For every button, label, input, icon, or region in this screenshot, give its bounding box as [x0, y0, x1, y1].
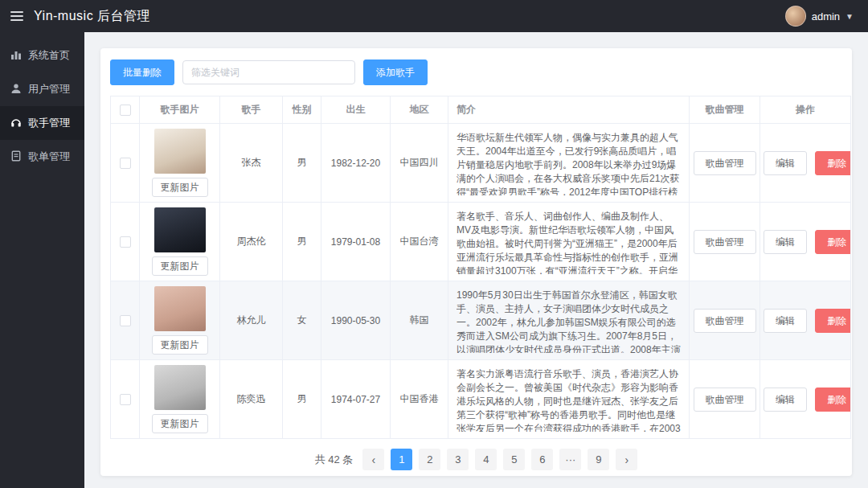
row-checkbox[interactable] [120, 315, 131, 326]
song-manage-button[interactable]: 歌曲管理 [694, 151, 756, 175]
page-button-3[interactable]: 3 [447, 449, 469, 470]
singer-name: 林允儿 [220, 281, 283, 360]
document-icon [10, 150, 22, 164]
page-button-9[interactable]: 9 [588, 449, 609, 470]
table-row: 更新图片 周杰伦 男 1979-01-08 中国台湾 著名歌手、音乐人、词曲创作… [111, 203, 851, 281]
sidebar-item-label: 用户管理 [28, 82, 70, 96]
singer-region: 中国香港 [391, 360, 448, 439]
sidebar-item-users[interactable]: 用户管理 [0, 72, 84, 106]
edit-button[interactable]: 编辑 [764, 388, 807, 412]
singer-region: 中国四川 [391, 124, 448, 203]
sidebar-item-label: 歌手管理 [28, 116, 70, 130]
update-image-button[interactable]: 更新图片 [152, 335, 208, 355]
select-all-cell [111, 96, 140, 124]
singer-intro: 1990年5月30日出生于韩国首尔永登浦区，韩国女歌手、演员、主持人，女子演唱团… [457, 289, 681, 353]
singer-name: 张杰 [220, 124, 283, 203]
row-checkbox[interactable] [120, 236, 131, 248]
singer-intro: 著名实力派粤语流行音乐歌手、演员，香港演艺人协会副会长之一。曾被美国《时代杂志》… [457, 367, 681, 432]
content-card: 批量删除 添加歌手 歌手图片 歌手 性别 出生 地区 简介 歌曲管理 [100, 48, 852, 476]
app-title: Yin-music 后台管理 [34, 8, 150, 25]
col-header-songs: 歌曲管理 [690, 96, 760, 124]
table-row: 更新图片 张杰 男 1982-12-20 中国四川 华语歌坛新生代领军人物，偶像… [111, 124, 851, 203]
update-image-button[interactable]: 更新图片 [152, 178, 208, 197]
pagination-total: 共 42 条 [315, 453, 354, 467]
sidebar-item-label: 歌单管理 [28, 150, 70, 164]
song-manage-button[interactable]: 歌曲管理 [694, 309, 756, 333]
avatar [785, 6, 806, 27]
edit-button[interactable]: 编辑 [764, 230, 807, 254]
sidebar-item-home[interactable]: 系统首页 [0, 39, 84, 72]
singer-intro: 华语歌坛新生代领军人物，偶像与实力兼具的超人气天王。2004年出道至今，已发行9… [457, 131, 681, 195]
sidebar: 系统首页 用户管理 歌手管理 歌单管理 [0, 32, 84, 488]
update-image-button[interactable]: 更新图片 [152, 256, 208, 276]
chevron-down-icon: ▼ [845, 12, 854, 21]
singer-birth: 1974-07-27 [321, 360, 391, 439]
row-checkbox[interactable] [120, 394, 131, 405]
prev-page-button[interactable]: ‹ [362, 449, 384, 470]
page-button-1[interactable]: 1 [391, 449, 412, 470]
keyword-filter-input[interactable] [182, 60, 355, 84]
singer-birth: 1979-01-08 [321, 203, 391, 281]
col-header-photo: 歌手图片 [140, 96, 220, 124]
col-header-birth: 出生 [321, 96, 391, 124]
singer-gender: 男 [283, 203, 321, 281]
delete-button[interactable]: 删除 [815, 388, 850, 412]
page-button-5[interactable]: 5 [503, 449, 525, 470]
singer-intro: 著名歌手、音乐人、词曲创作人、编曲及制作人、MV及电影导演。新世纪华语歌坛领军人… [457, 210, 681, 274]
add-singer-button[interactable]: 添加歌手 [363, 59, 428, 85]
page-button-2[interactable]: 2 [419, 449, 440, 470]
singer-name: 陈奕迅 [220, 360, 283, 439]
singer-name: 周杰伦 [220, 203, 283, 281]
page-button-4[interactable]: 4 [475, 449, 497, 470]
page-button-6[interactable]: 6 [531, 449, 553, 470]
singer-region: 中国台湾 [391, 203, 448, 281]
col-header-region: 地区 [391, 96, 448, 124]
singer-photo [154, 286, 206, 331]
delete-button[interactable]: 删除 [815, 151, 850, 175]
col-header-intro: 简介 [448, 96, 690, 124]
select-all-checkbox[interactable] [120, 105, 131, 116]
user-icon [10, 83, 22, 96]
table-row: 更新图片 林允儿 女 1990-05-30 韩国 1990年5月30日出生于韩国… [111, 281, 851, 360]
row-checkbox[interactable] [120, 158, 131, 169]
update-image-button[interactable]: 更新图片 [152, 414, 208, 433]
main-content: 批量删除 添加歌手 歌手图片 歌手 性别 出生 地区 简介 歌曲管理 [84, 32, 868, 488]
user-menu[interactable]: admin ▼ [785, 6, 868, 27]
song-manage-button[interactable]: 歌曲管理 [694, 230, 756, 254]
menu-toggle-icon[interactable] [0, 0, 34, 32]
edit-button[interactable]: 编辑 [764, 309, 807, 333]
next-page-button[interactable]: › [616, 449, 637, 470]
page-ellipsis[interactable]: ··· [559, 449, 581, 470]
singers-table: 歌手图片 歌手 性别 出生 地区 简介 歌曲管理 操作 更新图片 [110, 96, 851, 439]
toolbar: 批量删除 添加歌手 [110, 59, 842, 85]
col-header-actions: 操作 [760, 96, 851, 124]
singer-gender: 男 [283, 124, 321, 203]
singer-birth: 1982-12-20 [321, 124, 391, 203]
delete-button[interactable]: 删除 [815, 230, 850, 254]
edit-button[interactable]: 编辑 [764, 151, 807, 175]
user-name: admin [812, 10, 840, 23]
singer-gender: 男 [283, 360, 321, 439]
col-header-name: 歌手 [220, 96, 283, 124]
bar-chart-icon [10, 49, 22, 63]
singer-gender: 女 [283, 281, 321, 360]
pagination: 共 42 条 ‹ 1 2 3 4 5 6 ··· 9 › [110, 439, 842, 474]
singer-region: 韩国 [391, 281, 448, 360]
singer-birth: 1990-05-30 [321, 281, 391, 360]
batch-delete-button[interactable]: 批量删除 [110, 59, 174, 85]
table-header-row: 歌手图片 歌手 性别 出生 地区 简介 歌曲管理 操作 [111, 96, 851, 124]
singer-photo [154, 129, 206, 174]
singer-photo [154, 207, 206, 252]
sidebar-item-playlists[interactable]: 歌单管理 [0, 140, 84, 174]
sidebar-item-label: 系统首页 [28, 48, 70, 63]
top-header: Yin-music 后台管理 admin ▼ [0, 0, 868, 32]
table-row: 更新图片 陈奕迅 男 1974-07-27 中国香港 著名实力派粤语流行音乐歌手… [111, 360, 851, 439]
singer-photo [154, 365, 206, 410]
sidebar-item-singers[interactable]: 歌手管理 [0, 106, 84, 140]
headset-icon [10, 117, 22, 130]
col-header-gender: 性别 [283, 96, 321, 124]
delete-button[interactable]: 删除 [815, 309, 850, 333]
song-manage-button[interactable]: 歌曲管理 [694, 388, 756, 412]
